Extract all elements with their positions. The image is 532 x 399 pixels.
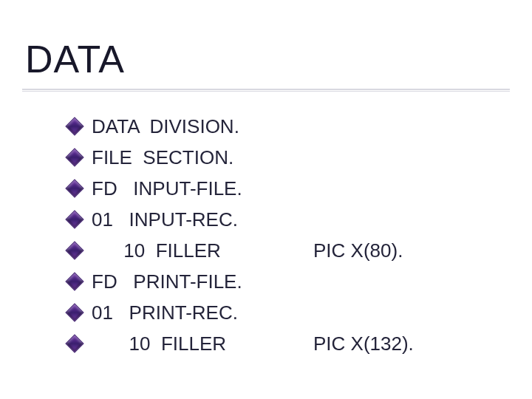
list-item: 10 FILLER PIC X(132).	[68, 328, 510, 359]
diamond-bullet-icon	[65, 272, 83, 290]
diamond-bullet-icon	[65, 148, 83, 166]
diamond-bullet-icon	[65, 334, 83, 352]
diamond-bullet-icon	[65, 303, 83, 321]
list-item: 01 INPUT-REC.	[68, 204, 510, 235]
list-item: 10 FILLER PIC X(80).	[68, 235, 510, 266]
page-title: DATA	[22, 37, 510, 81]
diamond-bullet-icon	[65, 179, 83, 197]
code-left: 01 PRINT-REC.	[92, 301, 313, 324]
code-left: FD PRINT-FILE.	[92, 270, 313, 293]
list-item: 01 PRINT-REC.	[68, 297, 510, 328]
diamond-bullet-icon	[65, 117, 83, 135]
code-left: FD INPUT-FILE.	[92, 177, 313, 200]
diamond-bullet-icon	[65, 241, 83, 259]
code-left: 10 FILLER	[92, 239, 313, 262]
code-left: 10 FILLER	[92, 332, 313, 355]
code-left: FILE SECTION.	[92, 146, 313, 169]
diamond-bullet-icon	[65, 210, 83, 228]
slide: DATA DATA DIVISION. FILE SECTION. FD INP…	[0, 0, 532, 399]
list-item: FILE SECTION.	[68, 142, 510, 173]
list-item: FD INPUT-FILE.	[68, 173, 510, 204]
code-right: PIC X(132).	[313, 332, 414, 355]
slide-body: DATA DIVISION. FILE SECTION. FD INPUT-FI…	[22, 111, 510, 359]
list-item: FD PRINT-FILE.	[68, 266, 510, 297]
code-left: DATA DIVISION.	[92, 115, 313, 138]
list-item: DATA DIVISION.	[68, 111, 510, 142]
code-right: PIC X(80).	[313, 239, 403, 262]
code-left: 01 INPUT-REC.	[92, 208, 313, 231]
title-underline	[22, 89, 510, 90]
